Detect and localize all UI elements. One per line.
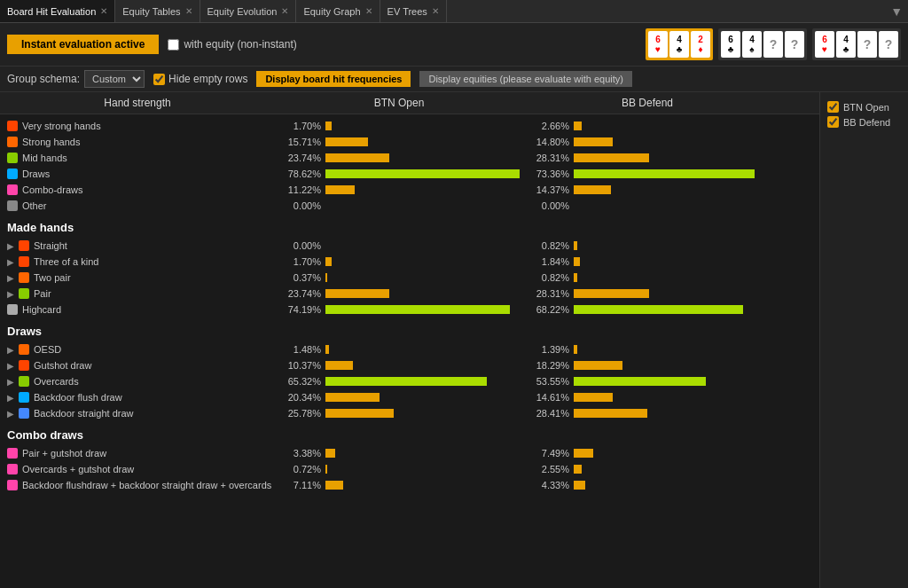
bb-bar-pair: 28.31% — [523, 288, 771, 299]
tab-equity-tables[interactable]: Equity Tables ✕ — [115, 0, 200, 22]
pct-value: 65.32% — [278, 376, 321, 387]
hide-empty-checkbox[interactable] — [153, 74, 165, 85]
bar-bg — [574, 393, 768, 402]
options-bar: Group schema: Custom Hide empty rows Dis… — [0, 67, 908, 92]
tab-close-equity-tables[interactable]: ✕ — [185, 6, 192, 16]
bar-fill — [325, 289, 389, 298]
section-header-made-hands: Made hands — [0, 214, 819, 238]
tab-close-board[interactable]: ✕ — [100, 6, 107, 16]
legend-bb-checkbox[interactable] — [827, 116, 839, 128]
bb-bar-twopair: 0.82% — [523, 272, 771, 283]
pct-value: 14.80% — [527, 137, 569, 147]
pct-value: 73.36% — [527, 169, 569, 179]
table-row: Strong hands 15.71% 14.80% — [0, 134, 819, 150]
tab-close-equity-evolution[interactable]: ✕ — [281, 6, 288, 16]
pct-value: 0.00% — [278, 240, 321, 251]
color-indicator — [19, 272, 29, 283]
bar-bg — [574, 305, 768, 314]
card-group-3[interactable]: 6♥ 4♣ ? ? — [812, 28, 901, 60]
legend-btn-checkbox[interactable] — [827, 101, 839, 113]
row-label-other: Other — [0, 200, 275, 211]
pct-value: 1.84% — [527, 256, 569, 267]
group-schema-select[interactable]: Custom — [84, 70, 145, 88]
tab-ev-trees[interactable]: EV Trees ✕ — [380, 0, 447, 22]
tab-board-hit-evaluation[interactable]: Board Hit Evaluation ✕ — [0, 0, 115, 22]
table-row: Overcards + gutshot draw 0.72% 2.55% — [0, 461, 819, 477]
pct-value: 14.61% — [527, 392, 569, 403]
bar-bg — [325, 257, 520, 266]
card-group-1[interactable]: 6♥ 4♣ 2♦ — [646, 28, 713, 60]
tab-close-equity-graph[interactable]: ✕ — [365, 6, 372, 16]
row-text: Overcards — [34, 376, 79, 387]
display-equity-button[interactable]: Display equities (please evaluate with e… — [419, 71, 632, 87]
tab-equity-graph[interactable]: Equity Graph ✕ — [296, 0, 380, 22]
row-text: Combo-draws — [22, 184, 82, 195]
btn-bar-draws: 78.62% — [275, 169, 523, 179]
color-indicator — [19, 408, 29, 419]
display-freq-button[interactable]: Display board hit frequencies — [256, 71, 411, 87]
table-header: Hand strength BTN Open BB Defend — [0, 92, 819, 114]
bar-bg — [325, 377, 520, 386]
expand-arrow[interactable]: ▶ — [7, 409, 14, 419]
btn-bar-pgs: 3.38% — [275, 448, 523, 459]
row-text: Draws — [22, 169, 50, 179]
section-header-combo-draws: Combo draws — [0, 421, 819, 445]
pct-value: 28.41% — [527, 408, 569, 419]
color-indicator — [7, 464, 18, 474]
expand-arrow[interactable]: ▶ — [7, 377, 14, 387]
btn-bar-bdfd: 20.34% — [275, 392, 523, 403]
bar-fill — [574, 289, 649, 298]
pct-value: 10.37% — [278, 360, 321, 371]
tab-menu-button[interactable]: ▼ — [885, 4, 908, 19]
with-equity-checkbox[interactable] — [168, 39, 179, 51]
pct-value: 1.70% — [278, 121, 321, 131]
expand-arrow[interactable]: ▶ — [7, 393, 14, 403]
card-group-2[interactable]: 6♣ 4♠ ? ? — [718, 28, 807, 60]
table-row: Pair + gutshot draw 3.38% 7.49% — [0, 445, 819, 461]
expand-arrow[interactable]: ▶ — [7, 257, 14, 267]
expand-arrow[interactable]: ▶ — [7, 273, 14, 283]
expand-arrow[interactable]: ▶ — [7, 241, 14, 251]
bar-fill — [574, 409, 647, 418]
bar-fill — [574, 185, 611, 194]
tab-close-ev-trees[interactable]: ✕ — [432, 6, 439, 16]
bb-bar-draws: 73.36% — [523, 169, 771, 179]
bar-bg — [325, 361, 520, 370]
main-content: Hand strength BTN Open BB Defend Very st… — [0, 92, 908, 588]
table-row: ▶ OESD 1.48% 1.39% — [0, 341, 819, 357]
pct-value: 0.72% — [278, 464, 321, 474]
row-text: Overcards + gutshot draw — [22, 464, 134, 474]
btn-bar-mh: 23.74% — [275, 153, 523, 163]
color-indicator — [19, 376, 29, 387]
color-indicator — [7, 480, 18, 490]
tab-equity-evolution[interactable]: Equity Evolution ✕ — [200, 0, 297, 22]
bar-fill — [574, 481, 585, 490]
bar-fill — [325, 153, 389, 162]
table-row: Backdoor flushdraw + backdoor straight d… — [0, 477, 819, 493]
pct-value: 1.39% — [527, 344, 569, 355]
expand-arrow[interactable]: ▶ — [7, 345, 14, 355]
expand-arrow[interactable]: ▶ — [7, 361, 14, 371]
bar-fill — [574, 449, 593, 458]
color-indicator — [19, 360, 29, 371]
color-indicator — [7, 137, 18, 147]
col-bb-defend: BB Defend — [523, 95, 771, 111]
bar-bg — [325, 169, 520, 178]
legend-item-btn: BTN Open — [827, 99, 901, 114]
bar-fill — [325, 137, 368, 146]
bb-bar-straight: 0.82% — [523, 240, 771, 251]
legend-item-bb: BB Defend — [827, 114, 901, 129]
pct-value: 1.48% — [278, 344, 321, 355]
bar-bg — [325, 185, 520, 194]
bar-fill — [325, 185, 355, 194]
row-text: Highcard — [22, 304, 61, 315]
row-text: Straight — [34, 240, 67, 251]
bar-fill — [574, 377, 706, 386]
expand-arrow[interactable]: ▶ — [7, 289, 14, 299]
btn-bar-straight: 0.00% — [275, 240, 523, 251]
bar-fill — [574, 257, 580, 266]
card-6c: 6♣ — [721, 31, 740, 58]
pct-value: 0.37% — [278, 272, 321, 283]
bar-bg — [325, 393, 520, 402]
row-label-oesd: ▶ OESD — [0, 344, 275, 355]
